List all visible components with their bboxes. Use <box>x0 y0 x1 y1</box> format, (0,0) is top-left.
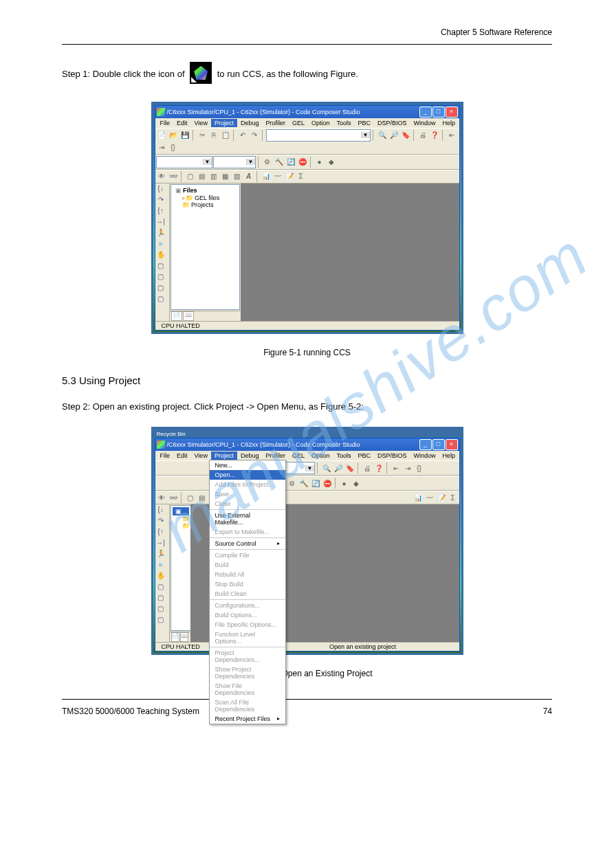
build-icon[interactable]: 🔨 <box>274 157 285 168</box>
stop-build-icon[interactable]: ⛔ <box>297 157 308 168</box>
doc2-icon[interactable]: ▤ <box>197 171 208 182</box>
asm-icon-2[interactable]: ▢ <box>156 616 166 625</box>
save-icon[interactable]: 💾 <box>179 130 190 141</box>
breakpoint-icon[interactable]: ● <box>314 157 325 168</box>
menu-project[interactable]: Project <box>211 119 237 127</box>
outdent-icon[interactable]: ⇤ <box>446 130 457 141</box>
doc1-icon-2[interactable]: ▢ <box>185 492 196 503</box>
log-icon-2[interactable]: 📝 <box>436 492 447 503</box>
tab-book-icon[interactable]: 📖 <box>183 311 194 321</box>
watch-icon[interactable]: 👁 <box>156 171 167 182</box>
tab-file-icon-2[interactable]: 📄 <box>171 632 179 642</box>
find-next-icon-2[interactable]: 🔎 <box>333 463 344 474</box>
menu-help[interactable]: Help <box>439 119 459 127</box>
stop-build-icon-2[interactable]: ⛔ <box>322 478 333 489</box>
menu-edit-2[interactable]: Edit <box>173 452 191 460</box>
probe-icon[interactable]: ◆ <box>326 157 337 168</box>
print-icon[interactable]: 🖨 <box>417 130 428 141</box>
build-icon-2[interactable]: 🔨 <box>298 478 309 489</box>
window-titlebar-2[interactable]: /C6xxx Simulator/CPU_1 - C62xx (Simulato… <box>155 438 459 451</box>
doc1-icon[interactable]: ▢ <box>185 171 196 182</box>
copy-icon[interactable]: ⎘ <box>208 130 219 141</box>
undo-icon[interactable]: ↶ <box>237 130 248 141</box>
step-into-icon-2[interactable]: {↓ <box>156 506 166 515</box>
menu-help-2[interactable]: Help <box>439 452 459 460</box>
breakpoint-icon-2[interactable]: ● <box>339 478 350 489</box>
run-icon[interactable]: 🏃 <box>156 229 166 238</box>
run-to-icon[interactable]: →| <box>156 218 166 227</box>
brace-icon-2[interactable]: {} <box>414 463 425 474</box>
menu-gel-2[interactable]: GEL <box>289 452 308 460</box>
menu-profiler[interactable]: Profiler <box>262 119 289 127</box>
reg-icon[interactable]: ▢ <box>156 262 166 271</box>
indent-icon-2[interactable]: ⇥ <box>402 463 413 474</box>
run-icon-2[interactable]: 🏃 <box>156 550 166 559</box>
doc3-icon[interactable]: ▥ <box>208 171 219 182</box>
new-file-icon[interactable]: 📄 <box>156 130 167 141</box>
menu-dspbios[interactable]: DSP/BIOS <box>374 119 410 127</box>
close-button-2[interactable]: × <box>446 439 458 450</box>
search-combo[interactable]: ▼ <box>266 129 371 142</box>
project-combo[interactable]: ▼ <box>156 156 212 168</box>
open-icon[interactable]: 📂 <box>168 130 179 141</box>
step-out-icon-2[interactable]: {↑ <box>156 528 166 537</box>
menu-view-2[interactable]: View <box>191 452 211 460</box>
glasses-icon-2[interactable]: 👓 <box>168 492 179 503</box>
font-icon[interactable]: A <box>243 171 254 182</box>
menu-item-open-[interactable]: Open... <box>210 470 285 480</box>
menu-option[interactable]: Option <box>308 119 333 127</box>
maximize-button[interactable]: □ <box>432 107 445 118</box>
menu-edit[interactable]: Edit <box>173 119 191 127</box>
tab-file-icon[interactable]: 📄 <box>171 311 182 321</box>
close-button[interactable]: × <box>446 107 458 118</box>
tab-book-icon-2[interactable]: 📖 <box>180 632 188 642</box>
glasses-icon[interactable]: 👓 <box>168 171 179 182</box>
paste-icon[interactable]: 📋 <box>220 130 231 141</box>
menu-option-2[interactable]: Option <box>308 452 333 460</box>
doc4-icon[interactable]: ▦ <box>220 171 231 182</box>
menu-debug-2[interactable]: Debug <box>237 452 263 460</box>
project-tree[interactable]: ▣ Files ▸📁 GEL files 📁 Projects <box>171 184 240 310</box>
menu-item-new-[interactable]: New... <box>210 460 285 470</box>
mem-icon-2[interactable]: ▢ <box>156 594 166 603</box>
mixed-icon[interactable]: ▢ <box>156 284 166 293</box>
brace-icon[interactable]: {} <box>168 142 179 153</box>
stat-icon[interactable]: Σ <box>296 171 307 182</box>
rebuild-icon[interactable]: 🔄 <box>285 157 296 168</box>
help-icon[interactable]: ❓ <box>429 130 440 141</box>
menu-item-use-external-makefile-[interactable]: Use External Makefile... <box>210 511 285 527</box>
mixed-icon-2[interactable]: ▢ <box>156 605 166 614</box>
menu-file[interactable]: File <box>157 119 174 127</box>
mem-icon[interactable]: ▢ <box>156 273 166 282</box>
cut-icon[interactable]: ✂ <box>197 130 208 141</box>
probe-icon-2[interactable]: ◆ <box>351 478 362 489</box>
step-over-icon[interactable]: ↷ <box>156 196 166 205</box>
bookmark-icon[interactable]: 🔖 <box>400 130 411 141</box>
watch-icon-2[interactable]: 👁 <box>156 492 167 503</box>
outdent-icon-2[interactable]: ⇤ <box>391 463 402 474</box>
bookmark-icon-2[interactable]: 🔖 <box>344 463 355 474</box>
project-dropdown[interactable]: New...Open...Add Files to Project...Save… <box>209 460 286 724</box>
reg-icon-2[interactable]: ▢ <box>156 583 166 592</box>
minimize-button-2[interactable]: _ <box>419 439 432 450</box>
asm-icon[interactable]: ▢ <box>156 295 166 304</box>
run-to-icon-2[interactable]: →| <box>156 539 166 548</box>
menu-tools-2[interactable]: Tools <box>333 452 355 460</box>
step-into-icon[interactable]: {↓ <box>156 185 166 194</box>
menu-gel[interactable]: GEL <box>289 119 308 127</box>
menu-debug[interactable]: Debug <box>237 119 263 127</box>
menu-pbc-2[interactable]: PBC <box>355 452 375 460</box>
graph-icon-2[interactable]: 📊 <box>413 492 424 503</box>
doc5-icon[interactable]: ▧ <box>232 171 243 182</box>
menu-dspbios-2[interactable]: DSP/BIOS <box>374 452 410 460</box>
window-titlebar[interactable]: /C6xxx Simulator/CPU_1 - C62xx (Simulato… <box>155 106 459 118</box>
compile-icon-2[interactable]: ⚙ <box>287 478 298 489</box>
compile-icon[interactable]: ⚙ <box>262 157 273 168</box>
print-icon-2[interactable]: 🖨 <box>362 463 373 474</box>
config-combo[interactable]: ▼ <box>213 156 256 168</box>
graph-icon[interactable]: 📊 <box>261 171 272 182</box>
menu-project-2[interactable]: Project <box>211 452 237 460</box>
scope-icon-2[interactable]: 〰 <box>424 492 435 503</box>
find-icon-2[interactable]: 🔍 <box>321 463 332 474</box>
menubar-2[interactable]: File Edit View Project Debug Profiler GE… <box>155 451 459 460</box>
